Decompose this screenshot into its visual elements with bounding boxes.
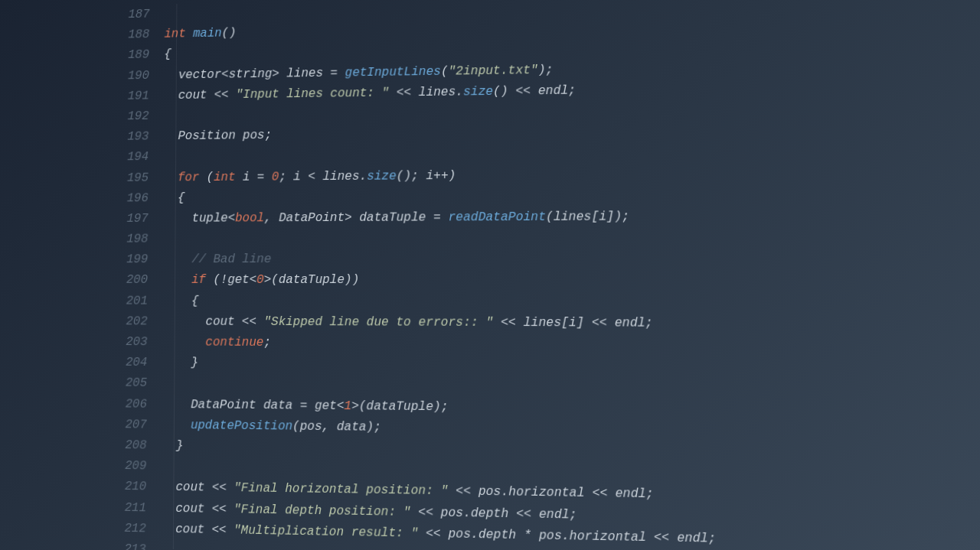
token-plain: , DataPoint> dataTuple =: [264, 210, 448, 225]
line-number: 197: [8, 209, 163, 230]
code-content[interactable]: {: [162, 291, 980, 314]
token-str: "Final depth position: ": [234, 503, 410, 519]
line-number: 212: [5, 516, 161, 540]
token-plain: (); i++): [397, 168, 456, 183]
line-number: 195: [8, 168, 164, 189]
line-number: 201: [7, 291, 162, 311]
token-plain: << pos.depth * pos.horizontal << endl;: [418, 526, 716, 545]
token-plain: (!get<: [206, 273, 256, 287]
line-number: 196: [8, 188, 163, 210]
token-kw-type: int: [165, 28, 186, 41]
line-number: 208: [5, 434, 162, 456]
token-plain: >(dataTuple)): [264, 273, 360, 287]
token-plain: tuple<: [163, 211, 235, 225]
token-plain: () << endl;: [493, 83, 576, 98]
token-plain: {: [163, 191, 185, 205]
code-content[interactable]: [162, 386, 980, 393]
line-number: 188: [10, 24, 165, 47]
line-number: 189: [9, 45, 164, 68]
token-plain: );: [538, 63, 554, 76]
token-plain: cout <<: [162, 480, 234, 495]
code-content[interactable]: [164, 110, 980, 119]
line-number: 200: [7, 270, 162, 291]
line-number: 203: [7, 332, 162, 353]
line-number: 209: [5, 454, 162, 477]
token-str: "2input.txt": [449, 63, 538, 78]
token-fn: updatePosition: [191, 418, 292, 433]
token-plain: cout <<: [164, 88, 236, 103]
line-number: 191: [9, 86, 164, 108]
line-number: 193: [8, 127, 164, 149]
token-num: 0: [272, 170, 279, 184]
token-fn: readDataPoint: [448, 210, 545, 225]
token-plain: cout <<: [161, 522, 234, 537]
line-number: 206: [6, 393, 162, 415]
token-kw-ctrl: if: [191, 273, 206, 287]
token-plain: vector<string> lines =: [164, 66, 345, 82]
line-number: 205: [6, 373, 162, 394]
line-number: 190: [9, 66, 164, 88]
token-kw-ctrl: continue: [205, 336, 263, 350]
line-number: 192: [9, 106, 164, 129]
code-content[interactable]: [163, 240, 980, 242]
token-fn: main: [193, 27, 222, 41]
code-line[interactable]: 200 if (!get<0>(dataTuple)): [7, 270, 980, 292]
line-number: 210: [5, 475, 162, 498]
token-num: 1: [344, 399, 351, 412]
token-str: "Multiplication result: ": [234, 523, 418, 540]
token-fn: size: [367, 169, 397, 183]
line-number: 198: [8, 229, 163, 250]
token-kw-type: bool: [235, 211, 264, 225]
line-number: 202: [7, 311, 162, 332]
code-line[interactable]: 197 tuple<bool, DataPoint> dataTuple = r…: [8, 205, 980, 230]
token-plain: >(dataTuple);: [351, 399, 448, 414]
token-plain: << pos.horizontal << endl;: [448, 484, 653, 501]
token-plain: [162, 335, 206, 349]
code-line[interactable]: 199 // Bad line: [8, 249, 980, 271]
token-plain: (): [221, 27, 236, 41]
line-number: 187: [10, 5, 165, 28]
code-line[interactable]: 198: [8, 226, 980, 250]
token-plain: {: [164, 48, 171, 62]
line-number: 204: [6, 352, 162, 373]
token-str: "Input lines count: ": [236, 86, 389, 101]
token-plain: (pos, data);: [292, 419, 381, 434]
line-number: 194: [8, 147, 164, 168]
token-plain: }: [162, 439, 183, 453]
token-kw-type: int: [214, 170, 235, 184]
token-plain: << lines.: [389, 85, 463, 99]
code-editor[interactable]: 187188int main()189{190 vector<string> l…: [5, 0, 980, 550]
token-plain: Position pos;: [164, 129, 272, 143]
token-plain: DataPoint data = get<: [162, 397, 344, 412]
token-str: "Skipped line due to errors:: ": [263, 315, 493, 330]
token-plain: ;: [263, 336, 271, 350]
line-number: 211: [5, 496, 161, 519]
code-content[interactable]: // Bad line: [163, 249, 980, 271]
token-plain: cout <<: [161, 501, 234, 516]
token-plain: (lines[i]);: [546, 210, 629, 224]
token-cmt: // Bad line: [191, 252, 271, 266]
token-plain: }: [162, 356, 198, 369]
token-fn: getInputLines: [345, 64, 441, 80]
token-plain: i =: [235, 170, 271, 184]
token-plain: (: [199, 171, 214, 184]
token-plain: [163, 252, 192, 266]
code-content[interactable]: tuple<bool, DataPoint> dataTuple = readD…: [163, 205, 980, 229]
token-str: "Final horizontal position: ": [234, 481, 448, 498]
token-plain: << pos.depth << endl;: [411, 505, 577, 522]
token-fn: size: [463, 85, 493, 99]
line-number: 207: [6, 414, 162, 436]
token-plain: {: [162, 294, 198, 308]
token-plain: [162, 273, 191, 287]
token-plain: ; i < lines.: [279, 169, 367, 184]
code-line[interactable]: 201 {: [7, 291, 980, 314]
token-kw-ctrl: for: [178, 171, 199, 184]
line-number: 199: [8, 250, 163, 271]
token-plain: cout <<: [162, 314, 263, 328]
code-content[interactable]: if (!get<0>(dataTuple)): [162, 270, 980, 292]
token-plain: << lines[i] << endl;: [493, 316, 653, 330]
token-plain: [162, 418, 191, 432]
code-content[interactable]: [164, 153, 980, 160]
line-number: 213: [5, 537, 161, 550]
